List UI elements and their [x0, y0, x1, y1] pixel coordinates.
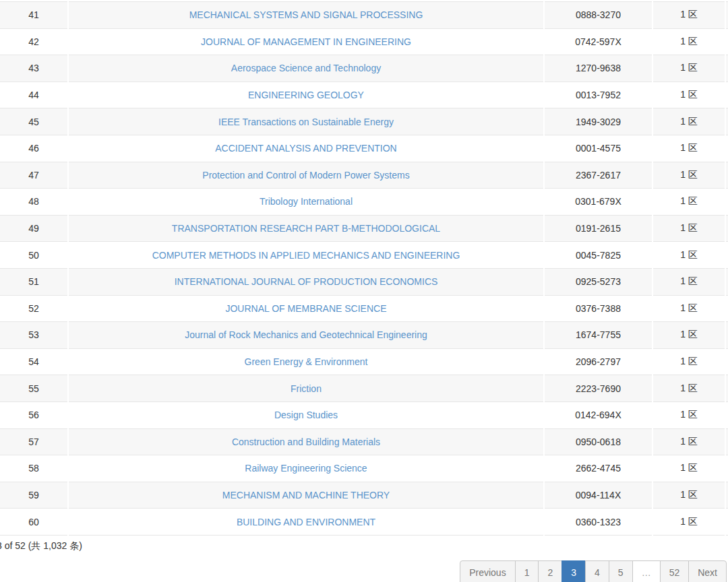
cut-off-cell [725, 162, 728, 189]
journal-link[interactable]: Design Studies [274, 410, 338, 420]
journal-table: 41MECHANICAL SYSTEMS AND SIGNAL PROCESSI… [0, 1, 728, 536]
journal-name-cell: MECHANICAL SYSTEMS AND SIGNAL PROCESSING [68, 2, 544, 29]
journal-link[interactable]: ENGINEERING GEOLOGY [248, 90, 364, 100]
partition-cell: 1 区 [653, 55, 725, 82]
row-index: 54 [0, 348, 68, 375]
journal-link[interactable]: Green Energy & Environment [245, 356, 368, 367]
journal-name-cell: ENGINEERING GEOLOGY [68, 82, 544, 108]
journal-name-cell: JOURNAL OF MEMBRANE SCIENCE [68, 295, 544, 322]
row-index: 59 [0, 482, 68, 509]
table-row: 51INTERNATIONAL JOURNAL OF PRODUCTION EC… [0, 268, 728, 295]
journal-name-cell: Aerospace Science and Technology [68, 55, 544, 82]
previous-button[interactable]: Previous [460, 560, 515, 582]
issn-cell: 0045-7825 [544, 242, 653, 269]
page-button-1[interactable]: 1 [515, 560, 539, 582]
journal-link[interactable]: Aerospace Science and Technology [231, 63, 381, 73]
cut-off-cell [725, 322, 728, 349]
journal-link[interactable]: IEEE Transactions on Sustainable Energy [218, 117, 394, 127]
table-row: 45IEEE Transactions on Sustainable Energ… [0, 108, 728, 135]
cut-off-cell [725, 428, 728, 455]
row-index: 53 [0, 322, 68, 349]
page-button-52[interactable]: 52 [660, 560, 690, 582]
row-index: 43 [0, 55, 68, 82]
table-row: 57Construction and Building Materials095… [0, 428, 728, 455]
pagination-page-1: 1 [516, 560, 539, 582]
journal-link[interactable]: JOURNAL OF MEMBRANE SCIENCE [225, 303, 386, 314]
issn-cell: 0013-7952 [544, 82, 653, 108]
partition-cell: 1 区 [653, 2, 725, 29]
cut-off-cell [725, 375, 728, 402]
journal-link[interactable]: Tribology International [260, 196, 353, 207]
issn-cell: 0742-597X [544, 28, 653, 55]
table-row: 47Protection and Control of Modern Power… [0, 162, 728, 189]
journal-link[interactable]: COMPUTER METHODS IN APPLIED MECHANICS AN… [152, 250, 460, 261]
table-row: 50COMPUTER METHODS IN APPLIED MECHANICS … [0, 242, 728, 269]
table-row: 58Railway Engineering Science2662-47451 … [0, 455, 728, 482]
partition-cell: 1 区 [653, 401, 725, 428]
journal-name-cell: Journal of Rock Mechanics and Geotechnic… [68, 322, 544, 349]
row-index: 60 [0, 509, 68, 536]
partition-cell: 1 区 [653, 108, 725, 135]
journal-link[interactable]: JOURNAL OF MANAGEMENT IN ENGINEERING [201, 36, 411, 47]
pagination-ellipsis: … [633, 560, 661, 582]
issn-cell: 0888-3270 [544, 2, 653, 29]
journal-link[interactable]: Friction [291, 383, 322, 394]
partition-cell: 1 区 [653, 482, 725, 509]
journal-name-cell: JOURNAL OF MANAGEMENT IN ENGINEERING [68, 28, 544, 55]
pagination-next: Next [689, 560, 727, 582]
issn-cell: 2367-2617 [544, 162, 653, 189]
next-button[interactable]: Next [688, 560, 727, 582]
row-index: 44 [0, 82, 68, 108]
journal-link[interactable]: MECHANICAL SYSTEMS AND SIGNAL PROCESSING [189, 9, 423, 20]
row-index: 52 [0, 295, 68, 322]
pagination-summary: 3 of 52 (共 1,032 条) [0, 540, 82, 552]
journal-link[interactable]: BUILDING AND ENVIRONMENT [237, 517, 375, 527]
table-row: 42JOURNAL OF MANAGEMENT IN ENGINEERING07… [0, 28, 728, 55]
row-index: 50 [0, 242, 68, 269]
issn-cell: 2096-2797 [544, 348, 653, 375]
partition-cell: 1 区 [653, 135, 725, 162]
partition-cell: 1 区 [653, 428, 725, 455]
ellipsis-label: … [632, 560, 661, 582]
row-index: 51 [0, 268, 68, 295]
issn-cell: 1674-7755 [544, 322, 653, 349]
journal-link[interactable]: INTERNATIONAL JOURNAL OF PRODUCTION ECON… [175, 276, 438, 287]
page-button-4[interactable]: 4 [585, 560, 609, 582]
table-row: 43Aerospace Science and Technology1270-9… [0, 55, 728, 82]
page-button-3[interactable]: 3 [562, 560, 586, 582]
issn-cell: 1949-3029 [544, 108, 653, 135]
journal-link[interactable]: Journal of Rock Mechanics and Geotechnic… [185, 329, 427, 340]
journal-name-cell: TRANSPORTATION RESEARCH PART B-METHODOLO… [68, 215, 544, 242]
row-index: 57 [0, 428, 68, 455]
journal-link[interactable]: ACCIDENT ANALYSIS AND PREVENTION [215, 143, 396, 154]
row-index: 56 [0, 401, 68, 428]
journal-link[interactable]: TRANSPORTATION RESEARCH PART B-METHODOLO… [172, 223, 440, 234]
issn-cell: 1270-9638 [544, 55, 653, 82]
journal-link[interactable]: MECHANISM AND MACHINE THEORY [222, 490, 390, 500]
issn-cell: 2662-4745 [544, 455, 653, 482]
row-index: 47 [0, 162, 68, 189]
journal-name-cell: Construction and Building Materials [68, 428, 544, 455]
partition-cell: 1 区 [653, 322, 725, 349]
partition-cell: 1 区 [653, 348, 725, 375]
cut-off-cell [725, 482, 728, 509]
issn-cell: 0360-1323 [544, 509, 653, 536]
issn-cell: 0301-679X [544, 189, 653, 216]
partition-cell: 1 区 [653, 28, 725, 55]
pagination-page-5: 5 [609, 560, 633, 582]
journal-link[interactable]: Railway Engineering Science [245, 463, 367, 474]
journal-name-cell: MECHANISM AND MACHINE THEORY [68, 482, 544, 509]
pagination-page-2: 2 [539, 560, 562, 582]
partition-cell: 1 区 [653, 455, 725, 482]
partition-cell: 1 区 [653, 375, 725, 402]
journal-link[interactable]: Construction and Building Materials [232, 437, 380, 447]
cut-off-cell [725, 268, 728, 295]
issn-cell: 0191-2615 [544, 215, 653, 242]
issn-cell: 0950-0618 [544, 428, 653, 455]
partition-cell: 1 区 [653, 268, 725, 295]
partition-cell: 1 区 [653, 509, 725, 536]
page-button-2[interactable]: 2 [538, 560, 562, 582]
page-button-5[interactable]: 5 [609, 560, 633, 582]
table-row: 54Green Energy & Environment2096-27971 区 [0, 348, 728, 375]
journal-link[interactable]: Protection and Control of Modern Power S… [202, 170, 409, 181]
